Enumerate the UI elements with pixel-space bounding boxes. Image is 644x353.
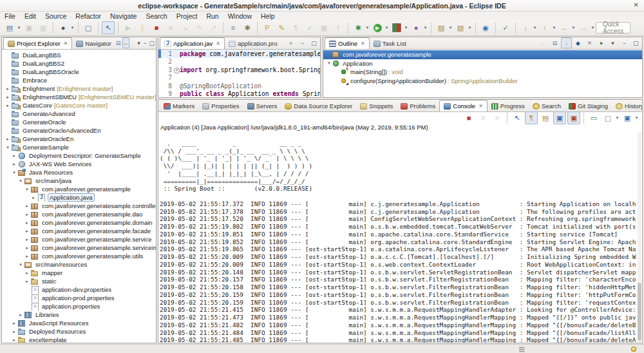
maximize-button[interactable]: ▢ xyxy=(630,37,641,48)
twistie-icon[interactable]: ▸ xyxy=(11,338,17,343)
tree-item-duallangbbs[interactable]: DualLangBBS xyxy=(2,51,156,59)
tab-navigator[interactable]: Navigator xyxy=(72,38,115,49)
menu-search[interactable]: Search xyxy=(141,12,171,20)
tree-item-exceltemplate[interactable]: ▸exceltemplate xyxy=(2,336,156,343)
tab-close-icon[interactable]: ✕ xyxy=(216,41,220,46)
outline-item-application[interactable]: ▾Application xyxy=(323,59,642,68)
twistie-icon[interactable]: ▾ xyxy=(17,262,24,267)
run-dropdown-icon[interactable]: ▾ xyxy=(384,25,389,30)
terminate-button[interactable]: ■ xyxy=(150,21,163,34)
tab-overflow-icon[interactable]: » xyxy=(285,37,296,48)
new-wizard-button[interactable]: ▤ xyxy=(3,21,16,34)
open-terminal-button[interactable]: ▢ xyxy=(82,21,95,34)
profile-dropdown-icon[interactable]: ▾ xyxy=(423,25,428,30)
menu-project[interactable]: Project xyxy=(172,12,202,20)
junit-button[interactable]: ✓ xyxy=(499,21,512,34)
menu-run[interactable]: Run xyxy=(202,12,223,20)
twistie-icon[interactable]: ▸ xyxy=(24,212,30,217)
remove-launch-button[interactable]: ✕ xyxy=(477,111,489,124)
run-button[interactable]: ▶ xyxy=(371,21,384,34)
twistie-icon[interactable]: ▸ xyxy=(24,245,30,251)
tree-item-application-prod-properties[interactable]: application-prod.properties xyxy=(2,294,156,302)
outline-item-main-string[interactable]: main(String[]) : void xyxy=(323,68,642,77)
tree-item-src-main-java[interactable]: ▾src/main/java xyxy=(2,176,156,185)
outline-item-com-javaforever-generatesample[interactable]: com.javaforever.generatesample xyxy=(323,50,642,59)
menu-edit[interactable]: Edit xyxy=(20,12,41,20)
console-vscrollbar[interactable] xyxy=(638,132,641,342)
back-dropdown-icon[interactable]: ▾ xyxy=(571,25,576,30)
code-line[interactable]: 3+import org.springframework.boot.Spring xyxy=(158,66,320,74)
save-all-button[interactable]: ▥ xyxy=(37,21,50,34)
tab-application-jav[interactable]: Application.jav✕ xyxy=(160,37,225,49)
new-java-project-dropdown-icon[interactable]: ▾ xyxy=(448,25,453,30)
twistie-icon[interactable]: ▸ xyxy=(11,162,17,167)
outline-item-configure-springapplicationbuilder[interactable]: configure(SpringApplicationBuilder) : Sp… xyxy=(323,77,642,86)
twistie-icon[interactable]: ▾ xyxy=(24,187,30,192)
tree-item-enlightmentsbmeu[interactable]: ▸EnlightmentSBMEU[EnlightmentSBMEU maste… xyxy=(2,93,156,101)
display-selected-console-dropdown-icon[interactable]: ▾ xyxy=(615,115,620,120)
tree-item-com-javaforever-generatesample-dao[interactable]: ▸com.javaforever.generatesample.dao xyxy=(2,210,156,218)
last-edit-location-button[interactable]: ↓ xyxy=(519,21,532,34)
new-web-project-button[interactable]: ▧ xyxy=(454,21,467,34)
tab-properties[interactable]: Properties xyxy=(198,100,243,111)
tab-task-list[interactable]: Task List xyxy=(370,38,410,49)
tab-outline[interactable]: Outline✕ xyxy=(325,37,370,49)
user-account-button[interactable]: ● xyxy=(57,21,70,34)
tree-item-static[interactable]: ▸static xyxy=(2,277,156,285)
show-when-stderr-changes-button[interactable]: ▣ xyxy=(567,111,580,124)
step-into-button[interactable]: ↘ xyxy=(178,21,191,34)
maximize-button[interactable]: ▢ xyxy=(308,37,319,48)
go-to-line-dropdown-icon[interactable]: ▾ xyxy=(552,25,556,30)
last-edit-location-dropdown-icon[interactable]: ▾ xyxy=(533,25,537,30)
menu-window[interactable]: Window xyxy=(223,12,256,20)
tree-item-com-javaforever-generatesample-service[interactable]: ▸com.javaforever.generatesample.service xyxy=(2,235,156,243)
hide-fields-button[interactable]: ◆ xyxy=(573,37,583,48)
minimize-button[interactable]: − xyxy=(297,37,308,48)
tree-item-gatescore[interactable]: ▸GatesCore[GatesCore master] xyxy=(2,101,156,110)
menu-file[interactable]: File xyxy=(0,12,20,20)
minimize-button[interactable]: − xyxy=(142,37,148,48)
collapse-all-button[interactable]: ⊟ xyxy=(549,37,560,48)
minimize-button[interactable]: − xyxy=(619,37,630,48)
twistie-icon[interactable]: ▾ xyxy=(17,178,24,184)
code-line[interactable]: 7 xyxy=(158,74,320,82)
tree-item-src-main-resources[interactable]: ▾src/main/resources xyxy=(2,260,156,269)
go-to-line-button[interactable]: ↑ xyxy=(538,21,551,34)
tree-item-enlightment[interactable]: ▸Enlightment[Enlightment master] xyxy=(2,84,156,93)
tab-problems[interactable]: Problems xyxy=(397,100,439,111)
skip-breakpoints-button[interactable]: ≡ xyxy=(227,21,240,34)
maximize-button[interactable]: ▢ xyxy=(148,37,155,48)
link-with-editor-button[interactable]: ↔ xyxy=(122,37,129,48)
code-line[interactable]: 1package com.javaforever.generatesample xyxy=(158,50,320,58)
code-line[interactable]: 8@SpringBootApplication xyxy=(158,82,320,90)
tree-item-com-javaforever-generatesample-controller[interactable]: ▸com.javaforever.generatesample.controll… xyxy=(2,202,156,210)
key-assist-button[interactable]: P xyxy=(261,21,274,34)
twistie-icon[interactable]: ▸ xyxy=(11,153,17,158)
window-close-button[interactable]: ✕ xyxy=(634,1,639,8)
view-menu-button[interactable]: ▾ xyxy=(607,37,618,48)
twistie-icon[interactable]: ▸ xyxy=(24,229,30,234)
step-over-button[interactable]: ↷ xyxy=(193,21,205,34)
selection-mode-button[interactable]: ↖ xyxy=(102,21,115,34)
twistie-icon[interactable]: ▸ xyxy=(24,220,30,225)
tree-item-com-javaforever-generatesample-utils[interactable]: ▸com.javaforever.generatesample.utils xyxy=(2,252,156,260)
tree-item-deployment-descriptor-generatesample[interactable]: ▸Deployment Descriptor: GenerateSample xyxy=(2,151,156,160)
twistie-icon[interactable]: ▸ xyxy=(24,254,30,259)
tree-item-duallangbbs2[interactable]: DualLangBBS2 xyxy=(2,59,156,68)
open-console-button[interactable]: ▣ xyxy=(621,111,634,124)
new-web-project-dropdown-icon[interactable]: ▾ xyxy=(468,25,472,30)
code-editor[interactable]: 1package com.javaforever.generatesample2… xyxy=(158,50,320,97)
tree-item-generatesample[interactable]: ▾GenerateSample xyxy=(2,143,156,151)
tree-item-java-resources[interactable]: ▾Java Resources xyxy=(2,168,156,176)
scrollbar-thumb[interactable] xyxy=(638,283,641,341)
disconnect-button[interactable]: ✕ xyxy=(164,21,177,34)
view-menu-button[interactable]: ▾ xyxy=(136,37,142,48)
tab-history[interactable]: History xyxy=(612,100,642,111)
hide-static-members-button[interactable]: ✕ xyxy=(584,37,595,48)
tree-item-generateoracleadvanceden[interactable]: GenerateOracleAdvancedEn xyxy=(2,126,156,135)
sort-button[interactable]: ↓ xyxy=(561,37,572,48)
step-return-button[interactable]: ↗ xyxy=(207,21,220,34)
tab-snippets[interactable]: Snippets xyxy=(356,100,397,111)
debug-button[interactable]: ✱ xyxy=(352,21,365,34)
tree-item-generateadvanced[interactable]: GenerateAdvanced xyxy=(2,110,156,118)
